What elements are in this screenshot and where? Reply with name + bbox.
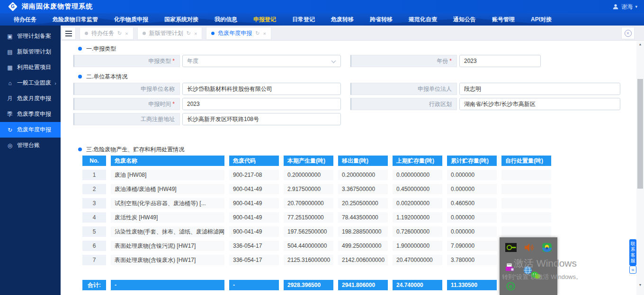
sidebar-item[interactable]: ⌂ 一般工业固废 ›	[0, 75, 61, 91]
svg-text:e: e	[509, 283, 512, 290]
tab-refresh-icon[interactable]: ↻	[117, 30, 122, 36]
collapse-panel-button[interactable]: «	[629, 266, 636, 274]
year-input[interactable]	[459, 55, 541, 67]
nav-item[interactable]: 我的信息	[206, 13, 245, 26]
sidebar-item-icon: ▣	[6, 33, 14, 40]
contact-service-button[interactable]: 联系客服	[629, 239, 636, 266]
table-header-cell: No.	[82, 156, 106, 166]
sidebar-item-icon: ↻	[6, 127, 14, 133]
sidebar-item[interactable]: 季 危废季度申报 ›	[0, 106, 61, 122]
tab-refresh-icon[interactable]: ↻	[255, 30, 259, 36]
sidebar-item[interactable]: ↻ 危废年度申报 ›	[0, 122, 61, 138]
report-time-label: 申报时间*	[73, 98, 180, 110]
row-number-cell: 4	[82, 212, 106, 223]
row-number-cell: 3	[82, 198, 106, 208]
total-storage-cell: 3.780000	[447, 255, 497, 265]
sidebar-item-label: 危废年度申报	[17, 126, 51, 134]
sidebar-item[interactable]: ◎ 管理台账 ›	[0, 138, 61, 153]
nav-item[interactable]: 危险废物日常监管	[45, 13, 106, 26]
nav-item[interactable]: 国家系统对接	[156, 13, 206, 26]
table-header-cell: 危废代码	[229, 156, 279, 166]
self-disposal-cell	[501, 198, 551, 208]
report-type-label: 申报类型*	[73, 55, 180, 67]
legal-person-input[interactable]	[459, 83, 620, 95]
table-row: 4 废活性炭 [HW49] 900-041-49 77.251500000 78…	[82, 212, 551, 223]
waste-name-cell: 沾染性废物(手套、抹布、滤纸、废滤棉滤网...	[111, 226, 224, 237]
nav-item[interactable]: API对接	[523, 13, 560, 26]
sidebar-item[interactable]: 月 危废月度申报 ›	[0, 91, 61, 106]
nav-item[interactable]: 规范化自查	[401, 13, 445, 26]
app-header: G 湖南固体废物管理系统 谢海 ▾	[0, 0, 644, 13]
nav-item[interactable]: 日常登记	[284, 13, 323, 26]
scrollbar-thumb[interactable]	[637, 79, 643, 189]
sidebar-item-label: 新版管理计划	[17, 48, 51, 56]
tab-close-icon[interactable]: ×	[125, 31, 128, 36]
waste-table: No.危废名称危废代码本期产生量(吨)移出量(吨)上期贮存量(吨)累计贮存量(吨…	[82, 156, 551, 290]
tab-actions-button[interactable]: ×	[621, 27, 635, 39]
unit-name-input[interactable]	[182, 83, 341, 95]
totals-removed: 2941.806000	[338, 280, 388, 290]
sidebar-item[interactable]: ▦ 利用处置项目 ›	[0, 60, 61, 75]
self-disposal-cell	[501, 212, 551, 223]
sidebar-item[interactable]: ▤ 新版管理计划 ›	[0, 44, 61, 60]
table-row: 7 表面处理废物(含镍废水) [HW17] 336-054-17 2125.31…	[82, 255, 551, 265]
table-header-cell: 上期贮存量(吨)	[393, 156, 442, 166]
tab-label: 危废年度申报	[218, 29, 252, 37]
total-storage-cell: 0.000000	[447, 170, 497, 180]
section-title-2: 二.单位基本情况	[78, 73, 636, 80]
report-type-select[interactable]: 年度	[182, 55, 341, 67]
region-input[interactable]	[459, 98, 620, 110]
nav-item[interactable]: 账号管理	[484, 13, 523, 26]
tab-close-icon[interactable]: ×	[194, 31, 197, 36]
tab-close-icon[interactable]: ×	[263, 31, 266, 36]
total-storage-cell: 0.000000	[447, 212, 497, 223]
nav-item[interactable]: 待办任务	[6, 13, 45, 26]
totals-row: 合计: - - 2928.396500 2941.806000 24.74000…	[82, 280, 551, 290]
volume-icon[interactable]	[524, 243, 534, 254]
game-center-icon[interactable]	[542, 243, 552, 254]
circle-close-icon: ×	[625, 30, 632, 37]
section-title-1: 一.申报类型	[78, 45, 636, 52]
chevron-down-icon	[331, 59, 336, 63]
prev-storage-cell: 0.000000000	[393, 170, 442, 180]
collapse-menu-button[interactable]	[62, 27, 76, 40]
table-header-cell: 累计贮存量(吨)	[447, 156, 497, 166]
sidebar-item-icon: ◎	[6, 142, 14, 149]
address-label: 工商注册地址	[73, 113, 180, 125]
nav-item[interactable]: 通知公告	[445, 13, 484, 26]
page-tab[interactable]: 待办任务 ↻ ×	[80, 27, 134, 40]
page-tab[interactable]: 危废年度申报 ↻ ×	[206, 27, 271, 40]
nav-item[interactable]: 申报登记	[245, 13, 284, 26]
sidebar-item[interactable]: ▣ 管理计划备案 ›	[0, 28, 61, 44]
scroll-down-arrow[interactable]: ▼	[636, 282, 644, 288]
waste-name-cell: 表面处理废物(含镍污泥) [HW17]	[111, 241, 224, 251]
nav-item[interactable]: 危废转移	[323, 13, 362, 26]
sidebar-item-label: 危废季度申报	[17, 110, 51, 118]
table-row: 6 表面处理废物(含镍污泥) [HW17] 336-054-17 504.440…	[82, 241, 551, 251]
produced-cell: 77.251500000	[284, 212, 333, 223]
prev-storage-cell: 20.470000000	[393, 255, 442, 265]
nav-item[interactable]: 跨省转移	[362, 13, 401, 26]
scroll-up-arrow[interactable]: ▲	[636, 41, 644, 48]
ie-icon[interactable]: e	[506, 282, 515, 293]
prev-storage-cell: 1.192000000	[393, 212, 442, 223]
table-header-cell: 危废名称	[111, 156, 224, 166]
address-input[interactable]	[182, 113, 341, 125]
section-dot-icon	[78, 148, 82, 151]
produced-cell: 2.917500000	[284, 184, 333, 194]
row-number-cell: 1	[82, 170, 106, 180]
user-menu[interactable]: 谢海 ▾	[612, 3, 637, 11]
nvidia-icon[interactable]	[505, 243, 517, 254]
row-number-cell: 7	[82, 255, 106, 265]
section-dot-icon	[78, 75, 82, 78]
tab-refresh-icon[interactable]: ↻	[187, 30, 191, 36]
waste-code-cell: 900-217-08	[229, 170, 279, 180]
report-time-input[interactable]	[182, 98, 341, 110]
chevron-right-icon: ›	[54, 80, 56, 86]
fax-icon[interactable]	[505, 263, 514, 274]
page-tab[interactable]: 新版管理计划 ↻ ×	[137, 27, 203, 40]
nav-item[interactable]: 化学物质申报	[106, 13, 156, 26]
wechat-icon[interactable]	[531, 271, 541, 281]
sidebar-item-label: 一般工业固废	[17, 79, 51, 87]
tab-status-dot	[143, 32, 146, 35]
